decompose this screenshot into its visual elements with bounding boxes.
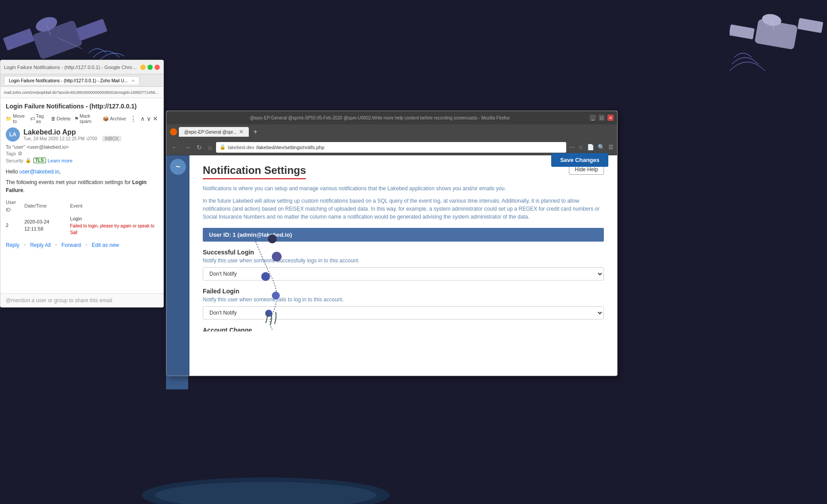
zoho-url-bar: mail.zoho.com/zm/popMail.do?accid=651892… — [0, 87, 163, 98]
account-change-section: Account Change Notify this user when acc… — [203, 327, 604, 331]
zoho-tab-1-label: Login Failure Notifications - (http://12… — [9, 78, 128, 83]
ff-menu-dots[interactable]: ⋯ — [569, 144, 575, 150]
url-domain: lakebed-dev — [228, 145, 254, 150]
reply-all-btn[interactable]: Reply All — [30, 242, 51, 248]
svg-rect-7 — [730, 24, 755, 39]
ff-maximize-btn[interactable]: □ — [599, 115, 605, 121]
delete-btn[interactable]: 🗑 Delete — [51, 116, 71, 121]
forward-btn[interactable]: Forward — [62, 242, 81, 248]
to-address: "user" <user@lakebed.io> — [12, 144, 69, 150]
edit-as-new-btn[interactable]: Edit as new — [92, 242, 119, 248]
ff-refresh-btn[interactable]: ↻ — [195, 143, 204, 152]
svg-rect-2 — [76, 19, 107, 41]
successful-login-title: Successful Login — [203, 249, 604, 256]
next-email-btn[interactable]: ∨ — [147, 115, 151, 122]
move-to-btn[interactable]: 📁 Move to — [6, 113, 27, 124]
firefox-url-bar[interactable]: 🔒 lakebed-dev /lakebed/dev/settings/noti… — [216, 142, 566, 153]
firefox-window-controls: _ □ ✕ — [590, 115, 614, 121]
zoho-close-btn[interactable] — [155, 65, 160, 70]
prev-email-btn[interactable]: ∧ — [140, 115, 145, 122]
bottom-water-decoration — [133, 451, 398, 504]
firefox-titlebar: @epic-EP:General @sprint-SP55:05-Feb-202… — [166, 111, 617, 124]
tag-as-btn[interactable]: 🏷 Tag as — [30, 113, 47, 124]
secure-icon: 🔒 — [220, 144, 226, 150]
settings-header: Notification Settings Hide Help — [203, 164, 604, 179]
failed-login-title: Failed Login — [203, 288, 604, 295]
email-sender-row: LA Lakebed.io App Tue, 24 Mar 2020 12:12… — [6, 127, 158, 142]
firefox-tab-bar: @epic-EP:General @spr... ✕ + — [166, 124, 617, 139]
cell-event: Login Failed to login, please try again … — [70, 214, 158, 237]
user-header-bar: User ID: 1 (admin@lakebed.io) — [203, 228, 604, 242]
lakebed-app-sidebar: ~ — [166, 155, 189, 376]
to-label: To — [6, 144, 11, 150]
zoho-tab-1[interactable]: Login Failure Notifications - (http://12… — [4, 76, 139, 85]
tags-line: Tags ⚙ — [6, 150, 158, 157]
url-path: /lakebed/dev/settings/notifs.php — [256, 145, 324, 150]
firefox-window-title: @epic-EP:General @sprint-SP55:05-Feb-202… — [170, 115, 590, 120]
ff-home-btn[interactable]: ⌂ — [206, 143, 213, 152]
event-desc: Failed to login, please try again or spe… — [70, 223, 155, 236]
col-event: Event — [70, 198, 158, 214]
learn-more-link[interactable]: Learn more — [48, 158, 73, 163]
failed-login-select[interactable]: Don't Notify Email In-App Both — [203, 306, 604, 319]
ff-back-btn[interactable]: ← — [170, 143, 180, 152]
more-options-btn[interactable]: ⋮ — [130, 115, 137, 123]
zoho-tab-1-close[interactable]: × — [132, 78, 135, 83]
security-label: Security — [6, 158, 23, 163]
email-body: Hello user@lakebed.io, The following eve… — [6, 168, 158, 237]
zoho-maximize-btn[interactable] — [147, 65, 153, 70]
body-text-1: The following events met your notificati… — [6, 178, 158, 194]
ff-menu-btn[interactable]: ☰ — [608, 144, 614, 150]
ff-forward-btn[interactable]: → — [182, 143, 192, 152]
event-table: User ID Date/Time Event 2 2020-03-24 12:… — [6, 198, 158, 237]
email-subject: Login Failure Notifications - (http://12… — [6, 103, 158, 110]
col-userid: User ID — [6, 198, 24, 214]
svg-rect-1 — [3, 28, 35, 50]
firefox-tab-1-label: @epic-EP:General @spr... — [184, 130, 236, 135]
zoho-tab-bar: Login Failure Notifications - (http://12… — [0, 74, 163, 87]
archive-btn[interactable]: 📦 Archive — [103, 116, 126, 122]
ff-bookmark-icon[interactable]: ☆ — [578, 144, 584, 150]
firefox-settings-window: @epic-EP:General @sprint-SP55:05-Feb-202… — [166, 111, 618, 376]
ff-zoom-icon[interactable]: 🔍 — [598, 144, 605, 150]
shield-icon: 🔒 — [25, 158, 31, 163]
compose-bar: @mention a user or group to share this e… — [0, 293, 163, 307]
sender-details: Lakebed.io App Tue, 24 Mar 2020 12:12:25… — [23, 128, 121, 141]
compose-placeholder: @mention a user or group to share this e… — [6, 297, 112, 304]
new-tab-btn[interactable]: + — [251, 128, 260, 136]
table-row: 2 2020-03-24 12:11:58 Login Failed to lo… — [6, 214, 158, 237]
cell-datetime: 2020-03-24 12:11:58 — [24, 214, 70, 237]
zoho-tab-2[interactable] — [139, 79, 147, 82]
security-line: Security 🔒 TLS Learn more — [6, 158, 158, 163]
lakebed-app-logo: ~ — [170, 159, 186, 175]
firefox-tab-1[interactable]: @epic-EP:General @spr... ✕ — [179, 127, 249, 137]
tags-icon: ⚙ — [18, 150, 23, 157]
failed-login-section: Failed Login Notify this user when someo… — [203, 288, 604, 319]
reply-btn[interactable]: Reply — [6, 242, 19, 248]
zoho-email-content: Login Failure Notifications - (http://12… — [0, 98, 163, 307]
settings-page-title: Notification Settings — [203, 164, 306, 179]
successful-login-select[interactable]: Don't Notify Email In-App Both — [203, 267, 604, 281]
ff-minimize-btn[interactable]: _ — [590, 115, 596, 121]
tls-badge: TLS — [33, 158, 46, 163]
to-line: To "user" <user@lakebed.io> — [6, 144, 158, 150]
zoho-minimize-btn[interactable] — [140, 65, 146, 70]
zoho-mail-window: Login Failure Notifications - (http://12… — [0, 60, 164, 308]
save-changes-btn[interactable]: Save Changes — [551, 153, 608, 167]
user-email-link[interactable]: user@lakebed.io — [19, 169, 59, 175]
ff-close-btn[interactable]: ✕ — [607, 115, 614, 121]
close-email-btn[interactable]: ✕ — [153, 115, 158, 122]
tags-label: Tags — [6, 151, 16, 156]
firefox-toolbar-icons: ⋯ ☆ 📄 🔍 ☰ — [569, 144, 614, 150]
firefox-icon — [170, 128, 177, 135]
sender-avatar: LA — [6, 127, 20, 142]
satellite-right-decoration — [730, 0, 827, 88]
settings-desc-1: Notifications is where you can setup and… — [203, 185, 604, 192]
firefox-tab-1-close[interactable]: ✕ — [239, 129, 243, 135]
mark-spam-btn[interactable]: ⚑ Mark spam — [74, 113, 100, 124]
zoho-window-title: Login Failure Notifications - (http://12… — [4, 65, 138, 70]
event-name: Login — [70, 215, 155, 223]
col-datetime: Date/Time — [24, 198, 70, 214]
svg-rect-8 — [797, 18, 823, 33]
ff-reader-icon[interactable]: 📄 — [587, 144, 594, 150]
